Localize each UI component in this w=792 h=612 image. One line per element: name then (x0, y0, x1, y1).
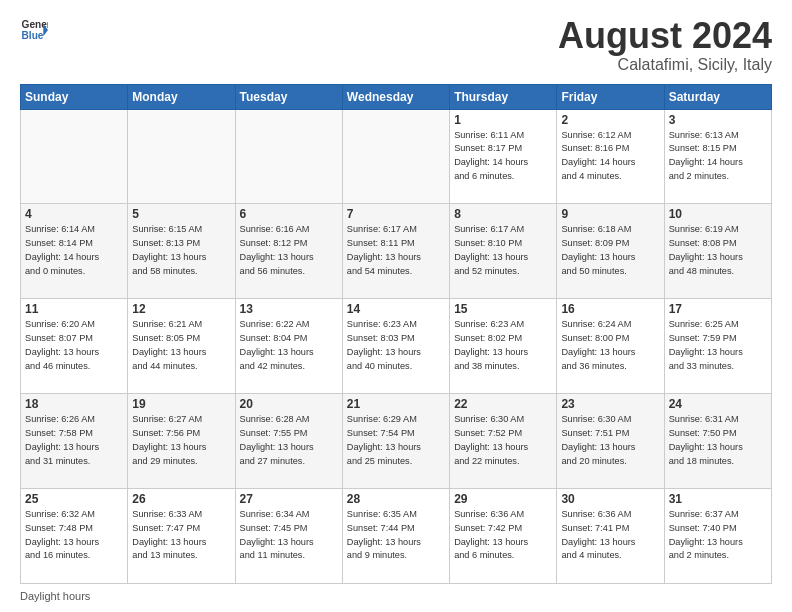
day-number: 12 (132, 302, 230, 316)
calendar-cell: 23Sunrise: 6:30 AM Sunset: 7:51 PM Dayli… (557, 394, 664, 489)
calendar-cell: 21Sunrise: 6:29 AM Sunset: 7:54 PM Dayli… (342, 394, 449, 489)
day-info: Sunrise: 6:27 AM Sunset: 7:56 PM Dayligh… (132, 413, 230, 468)
calendar-cell: 3Sunrise: 6:13 AM Sunset: 8:15 PM Daylig… (664, 109, 771, 204)
calendar-week-row: 11Sunrise: 6:20 AM Sunset: 8:07 PM Dayli… (21, 299, 772, 394)
day-info: Sunrise: 6:19 AM Sunset: 8:08 PM Dayligh… (669, 223, 767, 278)
calendar-cell: 15Sunrise: 6:23 AM Sunset: 8:02 PM Dayli… (450, 299, 557, 394)
main-title: August 2024 (558, 16, 772, 56)
day-info: Sunrise: 6:33 AM Sunset: 7:47 PM Dayligh… (132, 508, 230, 563)
day-number: 26 (132, 492, 230, 506)
day-number: 6 (240, 207, 338, 221)
day-number: 9 (561, 207, 659, 221)
subtitle: Calatafimi, Sicily, Italy (558, 56, 772, 74)
calendar-cell: 2Sunrise: 6:12 AM Sunset: 8:16 PM Daylig… (557, 109, 664, 204)
calendar-day-header: Friday (557, 84, 664, 109)
day-info: Sunrise: 6:17 AM Sunset: 8:10 PM Dayligh… (454, 223, 552, 278)
day-number: 30 (561, 492, 659, 506)
day-info: Sunrise: 6:30 AM Sunset: 7:52 PM Dayligh… (454, 413, 552, 468)
title-block: August 2024 Calatafimi, Sicily, Italy (558, 16, 772, 74)
calendar-cell: 30Sunrise: 6:36 AM Sunset: 7:41 PM Dayli… (557, 489, 664, 584)
day-info: Sunrise: 6:20 AM Sunset: 8:07 PM Dayligh… (25, 318, 123, 373)
day-info: Sunrise: 6:36 AM Sunset: 7:42 PM Dayligh… (454, 508, 552, 563)
calendar-cell: 29Sunrise: 6:36 AM Sunset: 7:42 PM Dayli… (450, 489, 557, 584)
day-number: 28 (347, 492, 445, 506)
day-number: 17 (669, 302, 767, 316)
day-info: Sunrise: 6:11 AM Sunset: 8:17 PM Dayligh… (454, 129, 552, 184)
calendar-day-header: Thursday (450, 84, 557, 109)
calendar-cell: 26Sunrise: 6:33 AM Sunset: 7:47 PM Dayli… (128, 489, 235, 584)
day-info: Sunrise: 6:34 AM Sunset: 7:45 PM Dayligh… (240, 508, 338, 563)
calendar-cell: 22Sunrise: 6:30 AM Sunset: 7:52 PM Dayli… (450, 394, 557, 489)
day-info: Sunrise: 6:35 AM Sunset: 7:44 PM Dayligh… (347, 508, 445, 563)
calendar-week-row: 25Sunrise: 6:32 AM Sunset: 7:48 PM Dayli… (21, 489, 772, 584)
day-info: Sunrise: 6:12 AM Sunset: 8:16 PM Dayligh… (561, 129, 659, 184)
calendar-day-header: Saturday (664, 84, 771, 109)
calendar-cell: 10Sunrise: 6:19 AM Sunset: 8:08 PM Dayli… (664, 204, 771, 299)
calendar-cell: 14Sunrise: 6:23 AM Sunset: 8:03 PM Dayli… (342, 299, 449, 394)
calendar-day-header: Sunday (21, 84, 128, 109)
day-info: Sunrise: 6:29 AM Sunset: 7:54 PM Dayligh… (347, 413, 445, 468)
day-info: Sunrise: 6:17 AM Sunset: 8:11 PM Dayligh… (347, 223, 445, 278)
calendar-day-header: Monday (128, 84, 235, 109)
day-number: 3 (669, 113, 767, 127)
day-number: 27 (240, 492, 338, 506)
day-info: Sunrise: 6:16 AM Sunset: 8:12 PM Dayligh… (240, 223, 338, 278)
calendar-cell: 7Sunrise: 6:17 AM Sunset: 8:11 PM Daylig… (342, 204, 449, 299)
day-number: 8 (454, 207, 552, 221)
day-info: Sunrise: 6:14 AM Sunset: 8:14 PM Dayligh… (25, 223, 123, 278)
day-number: 10 (669, 207, 767, 221)
calendar-cell: 5Sunrise: 6:15 AM Sunset: 8:13 PM Daylig… (128, 204, 235, 299)
day-info: Sunrise: 6:26 AM Sunset: 7:58 PM Dayligh… (25, 413, 123, 468)
day-info: Sunrise: 6:30 AM Sunset: 7:51 PM Dayligh… (561, 413, 659, 468)
day-number: 11 (25, 302, 123, 316)
footer: Daylight hours (20, 590, 772, 602)
day-info: Sunrise: 6:18 AM Sunset: 8:09 PM Dayligh… (561, 223, 659, 278)
header: General Blue August 2024 Calatafimi, Sic… (20, 16, 772, 74)
day-info: Sunrise: 6:37 AM Sunset: 7:40 PM Dayligh… (669, 508, 767, 563)
calendar-cell: 31Sunrise: 6:37 AM Sunset: 7:40 PM Dayli… (664, 489, 771, 584)
day-number: 13 (240, 302, 338, 316)
day-number: 16 (561, 302, 659, 316)
calendar-cell: 8Sunrise: 6:17 AM Sunset: 8:10 PM Daylig… (450, 204, 557, 299)
calendar-week-row: 4Sunrise: 6:14 AM Sunset: 8:14 PM Daylig… (21, 204, 772, 299)
day-number: 4 (25, 207, 123, 221)
calendar-cell: 6Sunrise: 6:16 AM Sunset: 8:12 PM Daylig… (235, 204, 342, 299)
day-number: 7 (347, 207, 445, 221)
calendar-cell (128, 109, 235, 204)
calendar-cell: 20Sunrise: 6:28 AM Sunset: 7:55 PM Dayli… (235, 394, 342, 489)
day-number: 1 (454, 113, 552, 127)
calendar-cell: 1Sunrise: 6:11 AM Sunset: 8:17 PM Daylig… (450, 109, 557, 204)
day-info: Sunrise: 6:25 AM Sunset: 7:59 PM Dayligh… (669, 318, 767, 373)
day-info: Sunrise: 6:13 AM Sunset: 8:15 PM Dayligh… (669, 129, 767, 184)
logo-icon: General Blue (20, 16, 48, 44)
day-number: 5 (132, 207, 230, 221)
day-number: 18 (25, 397, 123, 411)
day-info: Sunrise: 6:22 AM Sunset: 8:04 PM Dayligh… (240, 318, 338, 373)
day-info: Sunrise: 6:28 AM Sunset: 7:55 PM Dayligh… (240, 413, 338, 468)
day-number: 29 (454, 492, 552, 506)
calendar-cell: 9Sunrise: 6:18 AM Sunset: 8:09 PM Daylig… (557, 204, 664, 299)
calendar-cell: 16Sunrise: 6:24 AM Sunset: 8:00 PM Dayli… (557, 299, 664, 394)
page: General Blue August 2024 Calatafimi, Sic… (0, 0, 792, 612)
calendar-cell: 19Sunrise: 6:27 AM Sunset: 7:56 PM Dayli… (128, 394, 235, 489)
calendar-cell: 28Sunrise: 6:35 AM Sunset: 7:44 PM Dayli… (342, 489, 449, 584)
calendar-cell: 25Sunrise: 6:32 AM Sunset: 7:48 PM Dayli… (21, 489, 128, 584)
day-info: Sunrise: 6:31 AM Sunset: 7:50 PM Dayligh… (669, 413, 767, 468)
day-number: 2 (561, 113, 659, 127)
day-info: Sunrise: 6:15 AM Sunset: 8:13 PM Dayligh… (132, 223, 230, 278)
day-info: Sunrise: 6:32 AM Sunset: 7:48 PM Dayligh… (25, 508, 123, 563)
calendar-cell: 27Sunrise: 6:34 AM Sunset: 7:45 PM Dayli… (235, 489, 342, 584)
day-info: Sunrise: 6:36 AM Sunset: 7:41 PM Dayligh… (561, 508, 659, 563)
calendar-cell: 18Sunrise: 6:26 AM Sunset: 7:58 PM Dayli… (21, 394, 128, 489)
day-number: 25 (25, 492, 123, 506)
calendar-cell: 12Sunrise: 6:21 AM Sunset: 8:05 PM Dayli… (128, 299, 235, 394)
calendar-cell: 11Sunrise: 6:20 AM Sunset: 8:07 PM Dayli… (21, 299, 128, 394)
day-number: 22 (454, 397, 552, 411)
calendar-table: SundayMondayTuesdayWednesdayThursdayFrid… (20, 84, 772, 584)
day-number: 19 (132, 397, 230, 411)
calendar-week-row: 1Sunrise: 6:11 AM Sunset: 8:17 PM Daylig… (21, 109, 772, 204)
calendar-day-header: Tuesday (235, 84, 342, 109)
day-number: 23 (561, 397, 659, 411)
calendar-cell (342, 109, 449, 204)
calendar-cell (235, 109, 342, 204)
